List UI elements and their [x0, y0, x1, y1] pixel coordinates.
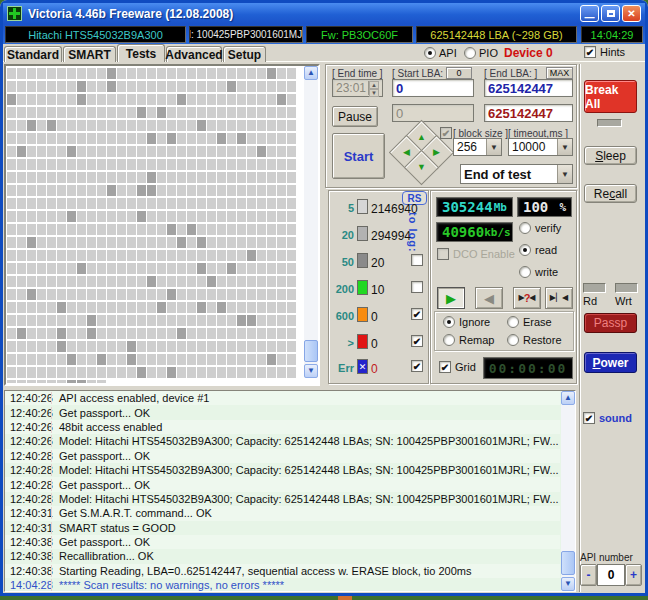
verify-radio-group[interactable]: verify — [519, 222, 561, 234]
log-checkbox-50[interactable] — [411, 254, 423, 266]
hints-checkbox-group[interactable]: ✔ Hints — [584, 46, 625, 58]
tab-setup[interactable]: Setup — [223, 46, 266, 62]
recall-button[interactable]: Recall — [584, 184, 637, 203]
maximize-button[interactable] — [601, 5, 620, 22]
scroll-down-icon[interactable]: ▼ — [561, 577, 575, 591]
chevron-down-icon[interactable]: ▼ — [557, 165, 572, 183]
verify-radio[interactable] — [519, 222, 531, 234]
scan-block — [217, 172, 226, 183]
scroll-up-icon[interactable]: ▲ — [304, 66, 318, 80]
pio-radio-group[interactable]: PIO — [464, 47, 498, 59]
scan-block — [87, 289, 96, 300]
spin-down-icon[interactable]: ▼ — [369, 89, 379, 97]
log-checkbox-err[interactable]: ✔ — [411, 360, 423, 372]
log-checkbox-gt[interactable]: ✔ — [411, 335, 423, 347]
read-radio-group[interactable]: read — [519, 244, 557, 256]
scan-block — [267, 198, 276, 209]
restore-radio[interactable] — [507, 334, 519, 346]
max-button[interactable]: MAX — [546, 67, 573, 79]
back-button[interactable]: ◀ — [475, 287, 503, 309]
scan-block — [287, 328, 296, 339]
restore-radio-group[interactable]: Restore — [507, 334, 562, 346]
chevron-down-icon[interactable]: ▼ — [557, 139, 572, 155]
log-panel[interactable]: 12:40:26 API access enabled, device #1 1… — [4, 390, 576, 592]
counter-label-200: 200 — [332, 283, 354, 295]
pause-button[interactable]: Pause — [332, 106, 378, 127]
api-radio[interactable] — [424, 47, 436, 59]
play-button[interactable]: ▶ — [437, 287, 465, 309]
log-checkbox-200[interactable] — [411, 281, 423, 293]
scan-block — [167, 107, 176, 118]
scan-block — [57, 224, 66, 235]
power-button[interactable]: Power — [584, 352, 637, 373]
scan-block — [187, 341, 196, 352]
tab-smart[interactable]: SMART — [63, 46, 116, 62]
erase-radio[interactable] — [507, 316, 519, 328]
tab-advanced[interactable]: Advanced — [166, 46, 222, 62]
scan-block — [57, 120, 66, 131]
scan-block — [237, 146, 246, 157]
scan-block — [267, 133, 276, 144]
write-radio[interactable] — [519, 266, 531, 278]
scroll-thumb[interactable] — [304, 340, 318, 362]
timeout-select[interactable]: 10000▼ — [508, 138, 573, 156]
scan-block — [17, 354, 26, 365]
read-radio[interactable] — [519, 244, 531, 256]
end-action-select[interactable]: End of test▼ — [460, 164, 573, 184]
close-button[interactable]: ✕ — [622, 5, 641, 22]
zero-button[interactable]: 0 — [446, 67, 472, 79]
seek-question-button[interactable]: ▶?◀ — [513, 287, 541, 309]
sound-checkbox[interactable]: ✔ — [583, 412, 595, 424]
passp-button[interactable]: Passp — [584, 313, 637, 333]
chevron-down-icon[interactable]: ▼ — [486, 139, 501, 155]
title-bar[interactable]: Victoria 4.46b Freeware (12.08.2008) — ✕ — [3, 3, 645, 24]
log-scrollbar[interactable]: ▲ ▼ — [561, 391, 575, 591]
pio-radio[interactable] — [464, 47, 476, 59]
scan-map-scrollbar[interactable]: ▲ ▼ — [304, 66, 318, 378]
scan-block — [137, 198, 146, 209]
scan-block — [77, 107, 86, 118]
scan-block — [7, 120, 16, 131]
api-plus-button[interactable]: + — [625, 564, 642, 586]
start-button[interactable]: Start — [332, 133, 385, 179]
grid-checkbox-group[interactable]: ✔ Grid — [439, 361, 476, 373]
ignore-radio[interactable] — [443, 316, 455, 328]
scan-block — [257, 367, 266, 378]
api-radio-group[interactable]: API — [424, 47, 457, 59]
scan-block — [257, 263, 266, 274]
scan-block — [247, 107, 256, 118]
tab-tests[interactable]: Tests — [117, 44, 165, 62]
write-radio-group[interactable]: write — [519, 266, 558, 278]
scan-block — [187, 81, 196, 92]
scan-block — [127, 146, 136, 157]
end-lba-input[interactable]: 625142447 — [484, 79, 573, 97]
minimize-button[interactable]: — — [580, 5, 599, 22]
start-lba-input[interactable]: 0 — [392, 79, 474, 97]
grid-checkbox[interactable]: ✔ — [439, 361, 451, 373]
scan-block — [177, 94, 186, 105]
ignore-radio-group[interactable]: Ignore — [443, 316, 490, 328]
log-checkbox-600[interactable]: ✔ — [411, 308, 423, 320]
remap-radio[interactable] — [443, 334, 455, 346]
scroll-down-icon[interactable]: ▼ — [304, 364, 318, 378]
api-minus-button[interactable]: - — [580, 564, 597, 586]
scan-block — [157, 250, 166, 261]
spin-up-icon[interactable]: ▲ — [369, 81, 379, 89]
hints-checkbox[interactable]: ✔ — [584, 46, 596, 58]
sound-checkbox-group[interactable]: ✔ sound — [583, 412, 632, 424]
scroll-up-icon[interactable]: ▲ — [561, 391, 575, 405]
scan-block — [137, 302, 146, 313]
seek-end-button[interactable]: ▶▏◀ — [545, 287, 573, 309]
sleep-button[interactable]: Sleep — [584, 146, 637, 165]
scan-block — [167, 146, 176, 157]
remap-radio-group[interactable]: Remap — [443, 334, 494, 346]
break-all-button[interactable]: Break All — [584, 80, 637, 113]
scan-block — [207, 237, 216, 248]
tab-standard[interactable]: Standard — [4, 46, 62, 62]
block-size-select[interactable]: 256▼ — [453, 138, 502, 156]
scroll-thumb[interactable] — [561, 551, 575, 575]
scan-block — [147, 159, 156, 170]
erase-radio-group[interactable]: Erase — [507, 316, 552, 328]
log-row: 14:04:28 ***** Scan results: no warnings… — [5, 578, 560, 592]
scan-block — [87, 146, 96, 157]
